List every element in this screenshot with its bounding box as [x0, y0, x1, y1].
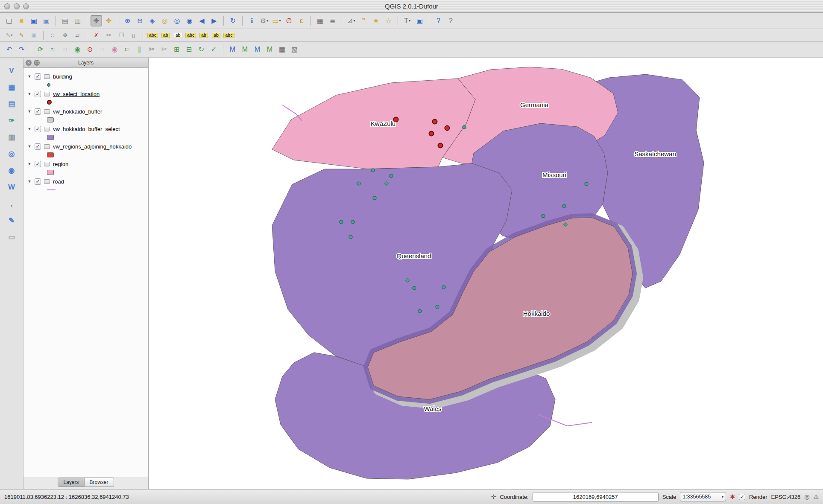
- panel-tab-layers[interactable]: Layers: [58, 478, 84, 487]
- current-edits-icon[interactable]: ✎▾: [3, 29, 15, 41]
- building-dot[interactable]: [357, 182, 360, 185]
- rotate-point-symbols-icon[interactable]: ↻: [196, 44, 207, 55]
- add-spatialite-layer-icon[interactable]: ✑: [5, 114, 18, 126]
- show-bookmarks-icon[interactable]: ☆: [383, 15, 394, 26]
- add-wms-layer-icon[interactable]: ◎: [5, 148, 18, 160]
- reshape-features-icon[interactable]: ⊂: [121, 44, 133, 55]
- dropdown-arrow-icon[interactable]: ▾: [409, 19, 410, 23]
- merge-features-icon[interactable]: ⊞: [171, 44, 182, 55]
- add-wcs-layer-icon[interactable]: ◉: [5, 164, 18, 176]
- zoom-in-icon[interactable]: ⊕: [122, 15, 133, 26]
- layer-row[interactable]: ▼✓region: [27, 159, 148, 169]
- paste-features-icon[interactable]: ▯: [128, 29, 139, 41]
- field-calculator-icon[interactable]: ≣: [327, 15, 338, 26]
- building-dot[interactable]: [340, 220, 343, 224]
- coordinate-input[interactable]: [533, 492, 659, 502]
- layer-label[interactable]: vw_hokkaido_buffer_select: [53, 126, 120, 132]
- dropdown-arrow-icon[interactable]: ▾: [279, 19, 281, 23]
- layer-label[interactable]: road: [53, 178, 64, 185]
- expander-icon[interactable]: ▼: [27, 109, 32, 114]
- building-dot[interactable]: [564, 223, 567, 226]
- text-annotation-icon[interactable]: T▾: [401, 15, 413, 26]
- remove-layer-icon[interactable]: ▭: [5, 231, 18, 243]
- map-svg[interactable]: KwaZuluKwaZuluGermaniaGermaniaSaskatchew…: [149, 58, 823, 489]
- add-wfs-layer-icon[interactable]: W: [5, 181, 18, 193]
- zoom-native-icon[interactable]: ◉: [184, 15, 195, 26]
- move-label-icon[interactable]: ab: [198, 29, 209, 41]
- selected-location-dot[interactable]: [433, 119, 437, 124]
- processing-results-icon[interactable]: ▦: [276, 44, 288, 55]
- refresh-map-icon[interactable]: ↻: [227, 15, 239, 26]
- expander-icon[interactable]: ▼: [27, 74, 32, 79]
- cut-features-icon[interactable]: ✂: [103, 29, 114, 41]
- save-layer-edits-icon[interactable]: ▣: [28, 29, 40, 41]
- building-dot[interactable]: [349, 235, 352, 239]
- select-by-expression-icon[interactable]: ε: [296, 15, 307, 26]
- expander-icon[interactable]: ▼: [27, 179, 32, 184]
- chevron-down-icon[interactable]: ▾: [722, 495, 724, 499]
- layer-item-building[interactable]: ▼✓building: [23, 71, 148, 89]
- new-project-icon[interactable]: ▢: [3, 15, 15, 26]
- highlight-pinned-labels-icon[interactable]: ab: [172, 29, 184, 41]
- split-features-icon[interactable]: ✂: [146, 44, 158, 55]
- pan-to-selection-icon[interactable]: ✥: [103, 15, 114, 26]
- building-dot[interactable]: [418, 309, 422, 313]
- building-dot[interactable]: [542, 214, 545, 218]
- copy-features-icon[interactable]: ❐: [115, 29, 127, 41]
- layer-visibility-checkbox[interactable]: ✓: [35, 126, 41, 132]
- building-dot[interactable]: [406, 279, 409, 282]
- delete-ring-icon[interactable]: ◌: [97, 44, 108, 55]
- add-vector-layer-icon[interactable]: V: [5, 64, 18, 76]
- layer-item-vw_hokkaido_buffer[interactable]: ▼✓vw_hokkaido_buffer: [23, 106, 148, 124]
- building-dot[interactable]: [351, 220, 354, 224]
- pan-map-icon[interactable]: ✥: [91, 15, 102, 26]
- processing-options-icon[interactable]: ▧: [289, 44, 300, 55]
- deselect-features-icon[interactable]: ∅: [283, 15, 295, 26]
- layer-row[interactable]: ▼✓building: [27, 72, 148, 81]
- close-window-icon[interactable]: [4, 3, 10, 9]
- redo-icon[interactable]: ↷: [16, 44, 27, 55]
- layer-item-vw_select_location[interactable]: ▼✓vw_select_location: [23, 89, 148, 106]
- layer-label[interactable]: vw_regions_adjoining_hokkaido: [53, 143, 132, 150]
- labeling-icon[interactable]: abc: [146, 29, 159, 41]
- add-postgis-layer-icon[interactable]: ▤: [5, 98, 18, 110]
- new-shapefile-layer-icon[interactable]: ✎: [5, 214, 18, 226]
- attribute-table-icon[interactable]: ▦: [314, 15, 326, 26]
- layer-row[interactable]: ▼✓vw_regions_adjoining_hokkaido: [27, 142, 148, 151]
- selected-location-dot[interactable]: [429, 131, 434, 136]
- layer-label[interactable]: vw_hokkaido_buffer: [53, 108, 102, 115]
- new-composer-icon[interactable]: ▤: [59, 15, 71, 26]
- save-project-icon[interactable]: ▣: [28, 15, 40, 26]
- building-dot[interactable]: [463, 125, 466, 129]
- move-feature-icon[interactable]: ✥: [59, 29, 71, 41]
- pin-labels-icon[interactable]: ab: [160, 29, 171, 41]
- whats-this-icon[interactable]: ?: [445, 15, 457, 26]
- building-dot[interactable]: [562, 204, 566, 208]
- panel-close-icon[interactable]: ✕: [26, 60, 32, 66]
- dropdown-arrow-icon[interactable]: ▾: [11, 33, 12, 37]
- add-raster-layer-icon[interactable]: ▦: [5, 81, 18, 93]
- layer-row[interactable]: ▼✓vw_hokkaido_buffer: [27, 107, 148, 116]
- merge-attributes-icon[interactable]: ⊟: [183, 44, 195, 55]
- epsg-status[interactable]: EPSG:4326: [771, 494, 801, 500]
- processing-models-icon[interactable]: M: [252, 44, 263, 55]
- panel-float-icon[interactable]: ❒: [34, 60, 40, 66]
- zoom-to-layer-icon[interactable]: ◎: [171, 15, 183, 26]
- building-dot[interactable]: [390, 174, 393, 178]
- zoom-last-icon[interactable]: ◀: [196, 15, 208, 26]
- split-parts-icon[interactable]: ✂: [158, 44, 170, 55]
- undo-icon[interactable]: ↶: [3, 44, 15, 55]
- metasearch-icon[interactable]: M: [227, 44, 238, 55]
- layer-item-vw_hokkaido_buffer_select[interactable]: ▼✓vw_hokkaido_buffer_select: [23, 124, 148, 141]
- identify-features-icon[interactable]: ℹ: [246, 15, 258, 26]
- layer-visibility-checkbox[interactable]: ✓: [35, 108, 41, 115]
- building-dot[interactable]: [413, 286, 416, 290]
- show-hide-labels-icon[interactable]: abc: [185, 29, 197, 41]
- add-part-icon[interactable]: ◉: [72, 44, 83, 55]
- scale-combo[interactable]: 1:33565585 ▾: [680, 492, 726, 501]
- composer-manager-icon[interactable]: ▥: [72, 15, 83, 26]
- expander-icon[interactable]: ▼: [27, 92, 32, 96]
- map-canvas[interactable]: KwaZuluKwaZuluGermaniaGermaniaSaskatchew…: [149, 58, 823, 489]
- messages-icon[interactable]: ⚠: [813, 493, 819, 500]
- layer-visibility-checkbox[interactable]: ✓: [35, 178, 41, 185]
